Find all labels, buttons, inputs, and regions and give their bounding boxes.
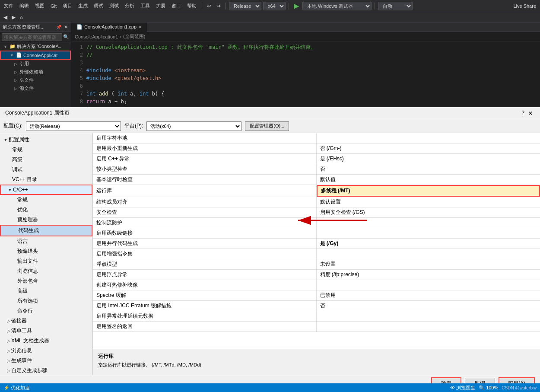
tree-manifest[interactable]: ▷ 清单工具 xyxy=(0,326,92,336)
tree-output[interactable]: 输出文件 xyxy=(0,256,92,266)
tree-cpp-preprocessor[interactable]: 预处理器 xyxy=(0,215,92,225)
breadcrumb-sep: › xyxy=(120,34,121,39)
undo-btn[interactable]: ↩ xyxy=(205,2,213,10)
prop-value xyxy=(317,228,540,238)
prop-value: 是 (/Gy) xyxy=(317,239,540,249)
editor-tabs: 📄 ConsoleApplication1.cpp ✕ xyxy=(71,22,540,32)
prop-name: 创建可热修补映像 xyxy=(93,280,317,290)
run-button[interactable]: ▶ xyxy=(292,1,301,11)
sep1 xyxy=(202,3,202,10)
platform-label: 平台(P): xyxy=(124,122,143,130)
menu-window[interactable]: 窗口 xyxy=(169,2,183,10)
expand-icon: ▷ xyxy=(7,368,10,373)
tree-solution[interactable]: ▼ 📁 解决方案 'ConsoleA... xyxy=(0,42,71,51)
menu-view[interactable]: 视图 xyxy=(33,2,47,10)
tree-all-opts[interactable]: 所有选项 xyxy=(0,296,92,306)
tree-debug[interactable]: 调试 xyxy=(0,165,92,175)
tree-section-label: XML 文档生成器 xyxy=(11,337,49,344)
tree-headers[interactable]: ▷ 头文件 xyxy=(0,76,71,84)
expand-icon: ▷ xyxy=(14,62,17,66)
config-manager-btn[interactable]: 配置管理器(O)... xyxy=(245,121,289,131)
description-area: 运行库 指定运行库以进行链接。 (/MT, /MTd, /MD, /MDd) xyxy=(93,349,540,375)
tree-browse-info[interactable]: ▷ 浏览信息 xyxy=(0,346,92,356)
tree-general[interactable]: 常规 xyxy=(0,145,92,155)
home-btn[interactable]: ⌂ xyxy=(18,13,25,21)
tree-cpp-optimize[interactable]: 优化 xyxy=(0,205,92,215)
platform-select[interactable]: 活动(x64) xyxy=(146,121,241,131)
expand-icon: ▼ xyxy=(8,188,12,192)
tree-linker[interactable]: ▷ 链接器 xyxy=(0,316,92,326)
tree-sources[interactable]: ▷ 源文件 xyxy=(0,84,71,92)
debugger-dropdown[interactable]: 本地 Windows 调试器 xyxy=(302,2,372,10)
tree-label: ConsoleApplicat xyxy=(23,53,58,58)
prop-name: 启用浮点异常 xyxy=(93,270,317,280)
tree-section-label: 链接器 xyxy=(11,317,27,325)
menu-file[interactable]: 文件 xyxy=(2,2,16,10)
back-btn[interactable]: ◀ xyxy=(2,13,9,21)
code-text: int add ( int a, int b) { xyxy=(86,90,540,98)
config-select[interactable]: 活动(Release) xyxy=(26,121,121,131)
breadcrumb-scope: (全局范围) xyxy=(123,33,145,40)
close-panel-btn[interactable]: ✕ xyxy=(63,25,68,29)
menu-project[interactable]: 项目 xyxy=(60,2,74,10)
arch-dropdown[interactable]: x64 xyxy=(263,2,286,10)
config-dropdown[interactable]: Release xyxy=(229,2,261,10)
tree-refs[interactable]: ▷ 引用 xyxy=(0,60,71,68)
close-dialog-btn[interactable]: ✕ xyxy=(526,110,535,117)
tree-lang[interactable]: 语言 xyxy=(0,236,92,246)
config-label: 配置(C): xyxy=(3,122,22,130)
expand-icon: ▷ xyxy=(14,86,17,91)
menu-test[interactable]: 测试 xyxy=(107,2,121,10)
prop-name: 启用 C++ 异常 xyxy=(93,154,317,164)
pin-btn[interactable]: 📌 xyxy=(55,25,62,29)
tree-cpp[interactable]: ▼ C/C++ xyxy=(0,185,92,195)
prop-row: 启用浮点异常精度 (/fp:precise) xyxy=(93,270,540,280)
tree-config-props[interactable]: ▼ 配置属性 xyxy=(0,135,92,145)
menu-edit[interactable]: 编辑 xyxy=(17,2,31,10)
code-line-7: 7 int add ( int a, int b) { xyxy=(71,90,540,98)
redo-btn[interactable]: ↪ xyxy=(215,2,222,10)
tree-cpp-adv[interactable]: 高级 xyxy=(0,286,92,296)
dialog-title: ConsoleApplication1 属性页 xyxy=(5,109,70,117)
live-share-btn[interactable]: Live Share xyxy=(511,3,538,10)
tree-custom-build[interactable]: ▷ 自定义生成步骤 xyxy=(0,366,92,375)
menu-analyze[interactable]: 分析 xyxy=(123,2,137,10)
tab-close[interactable]: ✕ xyxy=(138,25,142,29)
menu-debug[interactable]: 调试 xyxy=(92,2,105,10)
prop-row: 基本运行时检查默认值 xyxy=(93,175,540,185)
desc-text: 指定运行库以进行链接。 (/MT, /MTd, /MD, /MDd) xyxy=(98,362,535,368)
forward-btn[interactable]: ▶ xyxy=(10,13,17,21)
prop-name: 浮点模型 xyxy=(93,259,317,269)
tab-cpp[interactable]: 📄 ConsoleApplication1.cpp ✕ xyxy=(71,22,147,32)
prop-value xyxy=(317,133,540,143)
tree-cmdline[interactable]: 命令行 xyxy=(0,306,92,316)
tree-vc-dirs[interactable]: VC++ 目录 xyxy=(0,175,92,185)
menu-tools[interactable]: 工具 xyxy=(138,2,152,10)
tree-cpp-general[interactable]: 常规 xyxy=(0,195,92,205)
tree-pch[interactable]: 预编译头 xyxy=(0,246,92,256)
tree-section-label: 配置属性 xyxy=(9,136,29,143)
tree-ext-deps[interactable]: ▷ 外部依赖项 xyxy=(0,68,71,76)
code-text: // xyxy=(86,51,540,59)
tree-project[interactable]: ▼ 📄 ConsoleApplicat xyxy=(0,51,71,60)
prop-value[interactable]: 多线程 (/MT) xyxy=(317,185,540,197)
panel-title: 解决方案资源管理... xyxy=(3,24,44,30)
right-panel: 启用字符串池启用最小重新生成否 (/Gm-)启用 C++ 异常是 (/EHsc)… xyxy=(93,133,540,375)
auto-dropdown[interactable]: 自动 xyxy=(378,2,413,10)
tree-build-events[interactable]: ▷ 生成事件 xyxy=(0,356,92,366)
prop-row: Spectre 缓解已禁用 xyxy=(93,290,540,301)
tree-advanced[interactable]: 高级 xyxy=(0,155,92,165)
expand-icon: ▼ xyxy=(10,53,14,57)
menu-help[interactable]: 帮助 xyxy=(185,2,199,10)
tree-xml-gen[interactable]: ▷ XML 文档生成器 xyxy=(0,336,92,346)
search-input[interactable] xyxy=(2,33,62,41)
menu-build[interactable]: 生成 xyxy=(76,2,90,10)
sep3 xyxy=(289,3,289,10)
menu-extensions[interactable]: 扩展 xyxy=(154,2,168,10)
menu-git[interactable]: Git xyxy=(48,3,59,10)
prop-value: 是 (/EHsc) xyxy=(317,154,540,164)
tree-ext-inc[interactable]: 外部包含 xyxy=(0,276,92,286)
tree-code-gen[interactable]: 代码生成 xyxy=(0,225,92,236)
second-toolbar: ◀ ▶ ⌂ xyxy=(0,12,540,22)
tree-browse[interactable]: 浏览信息 xyxy=(0,266,92,276)
